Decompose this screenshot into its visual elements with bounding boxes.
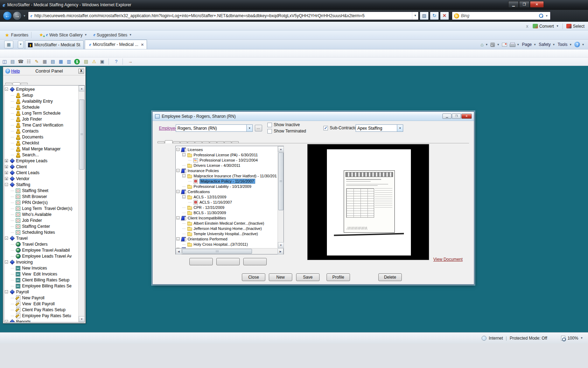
tree-item[interactable]: Shift Browser [5,193,78,199]
tree-item[interactable]: Availability Entry [5,98,78,104]
select-label[interactable]: Select [573,24,584,29]
add-favorite-icon[interactable]: ★ [39,32,43,38]
combo-dropdown-icon[interactable]: ▼ [397,125,403,131]
dialog-tab[interactable] [165,140,173,143]
tree-action-button[interactable] [216,258,240,265]
control-panel-tab[interactable] [21,83,28,84]
dialog-tab[interactable] [217,141,224,143]
zoom-dropdown-icon[interactable]: ▼ [580,336,583,340]
convert-label[interactable]: Convert [539,24,554,29]
combo-dropdown-icon[interactable]: ▼ [246,125,252,131]
dialog-minimize-button[interactable]: ▁ [442,114,451,119]
zoom-level[interactable]: 100% [567,336,578,341]
tree-item[interactable]: Search... [5,152,78,158]
tree-item[interactable]: Employee Travel Availabil [5,247,78,253]
home-icon[interactable]: ⌂ [481,42,483,47]
tree-toggle[interactable]: + [5,165,8,168]
dialog-tab[interactable] [232,141,239,143]
tree-toggle[interactable]: - [182,174,186,177]
profile-tree-item[interactable]: BCLS - 11/30/2009 [176,210,277,215]
tools-menu[interactable]: Tools [558,42,567,47]
tree-toggle[interactable]: - [176,237,180,240]
tree-item[interactable]: Long Term Schedule [5,110,78,116]
tree-toggle[interactable]: - [5,320,8,322]
tree-toggle[interactable]: - [5,88,8,91]
profile-tree-item[interactable]: Jefferson Hall Nursing Home...(Inactive) [176,226,277,231]
money-icon[interactable]: $ [74,59,80,64]
tree-toggle[interactable]: - [5,237,8,240]
tree-item[interactable]: + Client [5,164,78,170]
tree-item[interactable]: - Travel [5,235,78,241]
document-icon[interactable]: ▤ [9,59,16,65]
profile-tree-item[interactable]: CPR - 12/31/2009 [176,205,277,210]
scroll-left-icon[interactable]: ◀ [176,248,182,254]
profile-tree-item[interactable]: Malpractice Policy - 11/16/2007 [176,178,277,184]
tree-item[interactable]: + Employee Leads [5,158,78,164]
dialog-tab[interactable] [188,141,195,143]
sub-contractor-combobox[interactable]: Apex Staffing ▼ [356,124,403,132]
history-dropdown-icon[interactable]: ▼ [23,14,26,18]
tree-item[interactable]: Contacts [5,128,78,134]
tree-item[interactable]: + Vendor [5,176,78,182]
profile-tree-item[interactable]: - Malpractice Insurance (Ther Hatford) -… [176,173,277,178]
browser-tab[interactable]: e MicroStaffer - Medical ... ✕ [85,40,147,49]
profile-tree-item[interactable]: Professional Liability - 10/13/2009 [176,184,277,189]
profile-tree-item[interactable]: Temple University Hospital...(Inactive) [176,231,277,236]
tree-action-button[interactable] [243,258,267,265]
control-panel-tab[interactable] [13,82,20,85]
tree-item[interactable]: Scheduling Notes [5,229,78,235]
search-icon[interactable] [539,14,543,18]
sidebar-scrollbar[interactable]: ▲ ▼ [78,86,84,322]
tree-item[interactable]: Time Card Verification [5,122,78,128]
rss-feed-icon[interactable] [490,42,495,47]
close-dialog-button[interactable]: Close [242,273,265,281]
minimize-button[interactable]: ▁ [508,1,519,8]
view-document-link[interactable]: View Document [433,257,463,262]
page-menu[interactable]: Page [522,42,532,47]
show-inactive-row[interactable]: Show Inactive [267,122,300,127]
tree-toggle[interactable]: - [5,260,8,264]
suggested-sites-dropdown-icon[interactable]: ▼ [129,33,132,36]
favorites-button[interactable]: Favorites [11,33,28,38]
dialog-tab[interactable] [224,141,231,143]
dialog-maximize-button[interactable]: ❐ [452,114,461,119]
address-bar[interactable]: e http://secureweb.microstaffer.com/micr… [28,12,419,20]
profile-tree-item[interactable]: ACLS - 11/16/2007 [176,199,277,205]
tree-toggle[interactable]: - [182,195,186,198]
scroll-up-icon[interactable]: ▲ [79,86,85,91]
show-inactive-checkbox[interactable] [267,123,272,127]
form-icon[interactable]: ▤ [49,59,56,65]
tree-toggle[interactable]: - [5,290,8,293]
delete-button[interactable]: Delete [378,273,402,281]
tab-list-dropdown-icon[interactable]: ▼ [18,41,23,48]
sub-contractor-checkbox[interactable]: ✓ [323,126,328,130]
profile-tree-item[interactable]: - Licenses [176,147,277,152]
quick-tabs-button[interactable]: ▦ [4,41,13,48]
profile-tree-item[interactable]: Holy Cross Hospital...(3/7/2011) [176,241,277,247]
convert-dropdown-icon[interactable]: ▼ [556,25,559,28]
tree-item[interactable]: + Client Leads [5,170,78,176]
save-button[interactable]: Save [296,273,320,281]
tree-item[interactable]: - Employee [5,86,78,92]
tree-toggle[interactable]: - [176,148,180,151]
scroll-down-icon[interactable]: ▼ [278,242,284,248]
tree-item[interactable]: - Payroll [5,289,78,295]
tree-item[interactable]: PRN Order(s) [5,199,78,205]
browse-button[interactable]: … [255,125,262,131]
tree-action-button[interactable] [189,258,213,265]
stop-button[interactable]: ✕ [440,12,449,20]
forward-button[interactable]: → [13,11,22,20]
message-icon[interactable]: ▣ [99,59,106,65]
maximize-button[interactable]: ❐ [519,1,530,8]
close-tab-icon[interactable]: ✕ [141,43,144,47]
profile-button[interactable]: Profile [327,273,350,281]
safety-menu[interactable]: Safety [539,42,551,47]
profile-tree-item[interactable]: Drivers License - 4/30/2011 [176,163,277,168]
compatibility-view-button[interactable]: ▨ [420,12,429,20]
tree-item[interactable]: Long Term Travel Order(s) [5,205,78,211]
tree-item[interactable]: Client Pay Rates Setup [5,307,78,313]
tree-toggle[interactable]: + [5,159,8,162]
profile-tree-item[interactable]: Albert Einstein Medical Center...(Inacti… [176,220,277,226]
employee-combobox[interactable]: Rogers, Sharon (RN) ▼ [176,124,253,132]
profile-tree-item[interactable]: - Client Incompatibilities [176,215,277,220]
